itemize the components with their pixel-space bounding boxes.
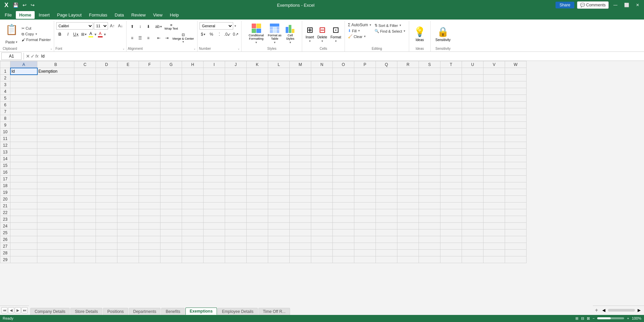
cell-H7[interactable] <box>182 108 204 115</box>
align-right-button[interactable]: ≡ <box>145 34 152 42</box>
sheet-tab-positions[interactable]: Positions <box>103 308 128 315</box>
cell-W8[interactable] <box>505 115 527 122</box>
cell-A5[interactable] <box>10 95 37 102</box>
sheet-tab-benefits[interactable]: Benefits <box>161 308 184 315</box>
cell-U10[interactable] <box>462 129 484 135</box>
cell-H8[interactable] <box>182 115 204 122</box>
cell-K11[interactable] <box>247 135 268 142</box>
cell-W2[interactable] <box>505 75 527 81</box>
decrease-indent-button[interactable]: ⇤ <box>155 34 163 42</box>
cell-O1[interactable] <box>333 68 354 75</box>
cell-B27[interactable] <box>37 243 74 250</box>
cell-F11[interactable] <box>139 135 160 142</box>
cut-button[interactable]: ✂ Cut <box>21 26 52 31</box>
cell-C19[interactable] <box>74 189 96 196</box>
cell-B21[interactable] <box>37 203 74 209</box>
cell-R7[interactable] <box>397 108 419 115</box>
decrease-decimal-button[interactable]: .0↙ <box>224 31 231 38</box>
cell-R14[interactable] <box>397 155 419 162</box>
copy-dropdown-arrow[interactable]: ▼ <box>35 33 38 36</box>
cell-O11[interactable] <box>333 135 354 142</box>
cell-F17[interactable] <box>139 176 160 182</box>
cell-Q16[interactable] <box>376 169 397 176</box>
cell-U4[interactable] <box>462 88 484 95</box>
cell-L23[interactable] <box>268 216 290 223</box>
cell-V1[interactable] <box>484 68 505 75</box>
col-header-f[interactable]: F <box>139 61 160 68</box>
col-header-o[interactable]: O <box>333 61 354 68</box>
cell-W10[interactable] <box>505 129 527 135</box>
cell-T16[interactable] <box>440 169 462 176</box>
cell-C23[interactable] <box>74 216 96 223</box>
cell-I16[interactable] <box>204 169 225 176</box>
col-header-v[interactable]: V <box>484 61 505 68</box>
cell-K12[interactable] <box>247 142 268 149</box>
cell-E3[interactable] <box>117 81 139 88</box>
font-expand-icon[interactable]: ⌄ <box>122 47 125 50</box>
cell-M3[interactable] <box>290 81 311 88</box>
cell-J25[interactable] <box>225 229 247 236</box>
cell-O16[interactable] <box>333 169 354 176</box>
cell-D20[interactable] <box>96 196 117 203</box>
cell-F28[interactable] <box>139 250 160 256</box>
cell-L8[interactable] <box>268 115 290 122</box>
cell-N6[interactable] <box>311 102 333 108</box>
cell-O24[interactable] <box>333 223 354 229</box>
border-button[interactable]: ⊞▼ <box>80 31 88 38</box>
cell-M20[interactable] <box>290 196 311 203</box>
cell-K5[interactable] <box>247 95 268 102</box>
cell-R17[interactable] <box>397 176 419 182</box>
cell-E15[interactable] <box>117 162 139 169</box>
cell-R8[interactable] <box>397 115 419 122</box>
cell-S11[interactable] <box>419 135 440 142</box>
clipboard-expand-icon[interactable]: ⌄ <box>50 47 52 50</box>
cell-G2[interactable] <box>160 75 182 81</box>
col-header-w[interactable]: W <box>505 61 527 68</box>
cell-J26[interactable] <box>225 236 247 243</box>
cell-O20[interactable] <box>333 196 354 203</box>
cell-O7[interactable] <box>333 108 354 115</box>
cell-L13[interactable] <box>268 149 290 155</box>
cell-B4[interactable] <box>37 88 74 95</box>
cell-E7[interactable] <box>117 108 139 115</box>
cell-M13[interactable] <box>290 149 311 155</box>
cell-U19[interactable] <box>462 189 484 196</box>
cell-K25[interactable] <box>247 229 268 236</box>
cell-J14[interactable] <box>225 155 247 162</box>
cell-A28[interactable] <box>10 250 37 256</box>
cell-B17[interactable] <box>37 176 74 182</box>
cell-R21[interactable] <box>397 203 419 209</box>
cell-P29[interactable] <box>354 256 376 263</box>
share-button[interactable]: Share <box>556 2 574 8</box>
ideas-button[interactable]: 💡 Ideas <box>411 25 428 43</box>
cell-V4[interactable] <box>484 88 505 95</box>
cell-L29[interactable] <box>268 256 290 263</box>
cell-O19[interactable] <box>333 189 354 196</box>
spreadsheet-scroll[interactable]: A B C D E F G H I J K L M N O <box>0 61 644 306</box>
menu-help[interactable]: Help <box>167 11 182 19</box>
cell-P21[interactable] <box>354 203 376 209</box>
cell-B8[interactable] <box>37 115 74 122</box>
cell-K8[interactable] <box>247 115 268 122</box>
cell-A2[interactable] <box>10 75 37 81</box>
cell-I19[interactable] <box>204 189 225 196</box>
cell-C16[interactable] <box>74 169 96 176</box>
autosum-arrow[interactable]: ▼ <box>369 24 372 27</box>
cell-H12[interactable] <box>182 142 204 149</box>
cell-L27[interactable] <box>268 243 290 250</box>
cell-V6[interactable] <box>484 102 505 108</box>
cell-T25[interactable] <box>440 229 462 236</box>
align-center-button[interactable]: ☰ <box>137 34 144 42</box>
cell-E2[interactable] <box>117 75 139 81</box>
cell-E10[interactable] <box>117 129 139 135</box>
cell-A24[interactable] <box>10 223 37 229</box>
cell-O10[interactable] <box>333 129 354 135</box>
cell-U28[interactable] <box>462 250 484 256</box>
cell-S7[interactable] <box>419 108 440 115</box>
cell-H13[interactable] <box>182 149 204 155</box>
scroll-right-button[interactable]: ▶ <box>636 307 643 313</box>
cell-S27[interactable] <box>419 243 440 250</box>
cell-H18[interactable] <box>182 182 204 189</box>
cell-I18[interactable] <box>204 182 225 189</box>
col-header-c[interactable]: C <box>74 61 96 68</box>
